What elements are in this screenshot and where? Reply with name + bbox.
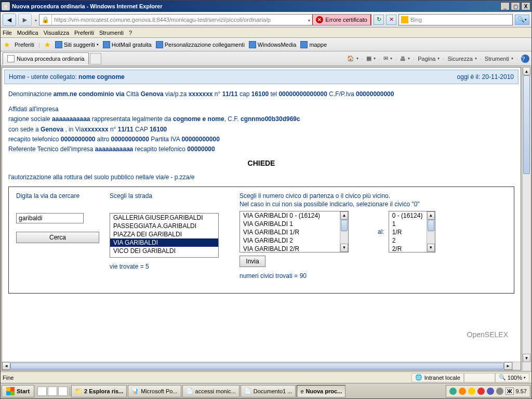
- add-favorite-icon[interactable]: ★: [44, 41, 51, 49]
- page-menu[interactable]: Pagina: [418, 56, 440, 62]
- tray-smiley-icon[interactable]: [468, 388, 475, 395]
- street-option[interactable]: PIAZZA DEI GARIBALDI: [110, 230, 218, 238]
- ie-app-icon: e: [2, 2, 10, 10]
- h-scroll-thumb[interactable]: [10, 363, 504, 369]
- street-option[interactable]: PASSEGGIATA A.GARIBALDI: [110, 222, 218, 230]
- favorites-label[interactable]: Preferiti: [15, 42, 34, 48]
- listbox-scrollbar[interactable]: ▲ ▼: [427, 211, 435, 252]
- vertical-scrollbar[interactable]: ▲ ▼: [522, 67, 530, 370]
- cerca-button[interactable]: Cerca: [16, 232, 99, 243]
- forward-button[interactable]: ►: [18, 14, 32, 26]
- home-link[interactable]: Home - utente collegato:: [9, 73, 77, 81]
- task-explorer[interactable]: 📁2 Esplora ris...: [71, 385, 127, 397]
- ql-desktop-icon[interactable]: [48, 387, 57, 396]
- cert-error-label: Errore certificato: [325, 17, 367, 23]
- scroll-right-icon[interactable]: ►: [504, 362, 512, 370]
- menu-bar: File Modifica Visualizza Preferiti Strum…: [1, 28, 531, 38]
- street-option-selected[interactable]: VIA GARIBALDI: [110, 238, 218, 247]
- scroll-down-icon[interactable]: ▼: [427, 244, 435, 252]
- civic-option[interactable]: VIA GARIBALDI 2: [240, 236, 340, 245]
- close-button[interactable]: X: [521, 2, 530, 10]
- menu-edit[interactable]: Modifica: [17, 30, 38, 36]
- civic-option[interactable]: VIA GARIBALDI 1/R: [240, 228, 340, 236]
- listbox-scrollbar[interactable]: ▲ ▼: [340, 211, 348, 252]
- street-option[interactable]: VICO DEI GARIBALDI: [110, 247, 218, 255]
- street-search-input[interactable]: [16, 213, 84, 223]
- street-option[interactable]: GALLERIA GIUSEP.GARIBALDI: [110, 214, 218, 222]
- menu-view[interactable]: Visualizza: [44, 30, 69, 36]
- menu-favorites[interactable]: Preferiti: [74, 30, 94, 36]
- fav-personalizzazione[interactable]: Personalizzazione collegamenti: [156, 41, 245, 48]
- maximize-button[interactable]: ▢: [511, 2, 520, 10]
- browser-tab[interactable]: Nuova procedura ordinaria: [3, 52, 89, 65]
- task-word-1[interactable]: 📄accessi monic...: [182, 385, 240, 397]
- help-button[interactable]: ?: [521, 55, 529, 63]
- tray-av-icon[interactable]: Ж: [506, 388, 514, 395]
- print-button[interactable]: 🖶: [400, 56, 410, 62]
- safety-menu[interactable]: Sicurezza: [448, 56, 477, 62]
- protected-mode-cell: [464, 373, 495, 382]
- today-date: oggi è il: 20-11-2010: [457, 73, 514, 81]
- civic-option[interactable]: VIA GARIBALDI 1: [240, 220, 340, 228]
- horizontal-scrollbar[interactable]: ◄ ►: [2, 362, 521, 370]
- stop-button[interactable]: ✕: [386, 15, 396, 25]
- start-button[interactable]: Start: [2, 385, 34, 397]
- fav-hotmail[interactable]: HotMail gratuita: [103, 41, 152, 48]
- scroll-up-icon[interactable]: ▲: [523, 67, 530, 75]
- civic-option[interactable]: VIA GARIBALDI 2/R: [240, 245, 340, 252]
- url-dropdown[interactable]: [305, 17, 312, 23]
- favorites-star-icon[interactable]: ★: [4, 41, 10, 49]
- bing-icon: [401, 16, 408, 23]
- tray-icon[interactable]: [459, 388, 466, 395]
- scroll-up-icon[interactable]: ▲: [340, 211, 348, 220]
- task-powerpoint[interactable]: 📊Microsoft Po...: [128, 385, 181, 397]
- civic-option[interactable]: 1: [389, 220, 427, 228]
- menu-tools[interactable]: Strumenti: [99, 30, 124, 36]
- refresh-button[interactable]: ↻: [374, 15, 384, 25]
- task-word-2[interactable]: 📄Documento1 ...: [241, 385, 296, 397]
- civic-option[interactable]: 0 - (16124): [389, 211, 427, 220]
- home-button[interactable]: 🏠: [347, 55, 358, 62]
- scroll-thumb[interactable]: [428, 220, 434, 231]
- search-button[interactable]: 🔍▾: [515, 15, 529, 25]
- minimize-button[interactable]: _: [500, 2, 510, 10]
- civic-option[interactable]: 2: [389, 236, 427, 245]
- civic-option[interactable]: VIA GARIBALDI 0 - (16124): [240, 211, 340, 220]
- zoom-level[interactable]: 🔍 100% ▾: [495, 373, 529, 382]
- v-scroll-thumb[interactable]: [523, 75, 530, 174]
- fav-windowsmedia[interactable]: WindowsMedia: [249, 41, 297, 48]
- tray-icon[interactable]: [487, 388, 494, 395]
- menu-file[interactable]: File: [3, 30, 12, 36]
- task-ie-active[interactable]: eNuova proc...: [297, 385, 345, 397]
- search-box[interactable]: Bing: [398, 14, 513, 25]
- civic-option[interactable]: 2/R: [389, 245, 427, 252]
- scroll-down-icon[interactable]: ▼: [340, 244, 348, 252]
- scroll-up-icon[interactable]: ▲: [427, 211, 435, 220]
- scroll-down-icon[interactable]: ▼: [523, 354, 530, 362]
- tools-menu[interactable]: Strumenti: [485, 56, 513, 62]
- ql-ie-icon[interactable]: [37, 387, 47, 396]
- ql-outlook-icon[interactable]: [58, 387, 68, 396]
- feeds-button[interactable]: ▦: [366, 55, 376, 62]
- civic-to-listbox[interactable]: 0 - (16124) 1 1/R 2 2/R ▲ ▼: [389, 211, 435, 252]
- clock[interactable]: 9.57: [516, 388, 527, 394]
- tray-icon[interactable]: [449, 388, 457, 395]
- tray-icon[interactable]: [477, 388, 485, 395]
- address-bar[interactable]: 🔒 https://vm-monicatest.comune.genova.it…: [39, 14, 371, 25]
- street-listbox[interactable]: GALLERIA GIUSEP.GARIBALDI PASSEGGIATA A.…: [110, 213, 219, 258]
- tray-volume-icon[interactable]: [496, 388, 503, 395]
- scroll-thumb[interactable]: [341, 220, 348, 231]
- civic-option[interactable]: 1/R: [389, 228, 427, 236]
- certificate-error[interactable]: ✕ Errore certificato: [312, 15, 371, 25]
- civic-from-listbox[interactable]: VIA GARIBALDI 0 - (16124) VIA GARIBALDI …: [240, 211, 349, 252]
- scroll-left-icon[interactable]: ◄: [2, 362, 10, 370]
- fav-mappe[interactable]: mappe: [300, 41, 327, 48]
- mail-button[interactable]: ✉: [383, 55, 392, 62]
- menu-help[interactable]: ?: [129, 30, 132, 36]
- invia-button[interactable]: Invia: [240, 256, 265, 267]
- fav-siti-suggeriti[interactable]: Siti suggeriti▾: [55, 41, 99, 48]
- url-text[interactable]: https://vm-monicatest.comune.genova.it:8…: [52, 17, 305, 23]
- new-tab-button[interactable]: [90, 53, 101, 64]
- nav-history-dropdown[interactable]: [34, 17, 37, 23]
- back-button[interactable]: ◄: [3, 14, 16, 26]
